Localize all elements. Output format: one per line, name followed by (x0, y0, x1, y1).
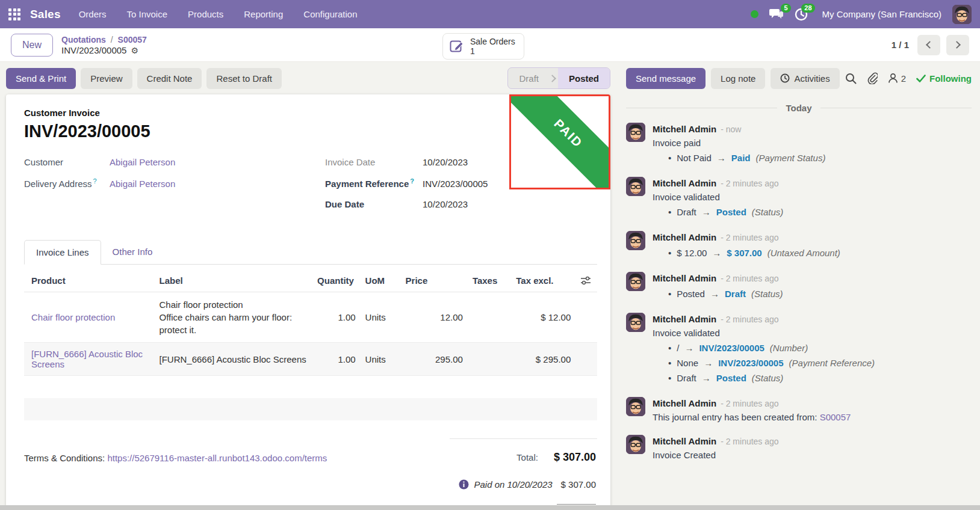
attachments-button[interactable] (867, 72, 878, 84)
preview-button[interactable]: Preview (81, 68, 132, 89)
top-navbar: Sales Orders To Invoice Products Reporti… (0, 0, 980, 28)
horizontal-scrollbar[interactable] (0, 505, 980, 510)
menu-products[interactable]: Products (188, 9, 223, 19)
edit-pencil-icon (449, 38, 465, 54)
column-header-price[interactable]: Price (401, 267, 468, 292)
apps-grid-icon[interactable] (8, 8, 20, 20)
arrow-right-icon: → (684, 342, 693, 354)
credit-note-button[interactable]: Credit Note (137, 68, 202, 89)
breadcrumb-origin[interactable]: S00057 (118, 35, 147, 45)
arrow-right-icon: → (702, 206, 711, 218)
line-quantity: 1.00 (312, 343, 361, 376)
message-time: - 2 minutes ago (721, 398, 779, 410)
activities-badge: 28 (801, 4, 814, 13)
delivery-address-value[interactable]: Abigail Peterson (110, 179, 175, 189)
paid-ribbon: PAID (509, 94, 610, 189)
column-header-label[interactable]: Label (154, 267, 312, 292)
arrow-right-icon: → (704, 357, 713, 369)
send-and-print-button[interactable]: Send & Print (6, 68, 76, 89)
line-uom: Units (361, 292, 401, 343)
paperclip-icon (867, 72, 878, 84)
app-name[interactable]: Sales (30, 8, 61, 21)
column-header-product[interactable]: Product (24, 267, 154, 292)
search-messages-button[interactable] (845, 73, 857, 84)
pager-next-button[interactable] (946, 35, 969, 55)
log-note-button[interactable]: Log note (711, 68, 765, 89)
origin-document-link[interactable]: S00057 (820, 412, 851, 422)
total-value: $ 307.00 (554, 451, 596, 464)
breadcrumb-quotations[interactable]: Quotations (61, 35, 106, 45)
help-tooltip-icon: ? (93, 177, 97, 185)
menu-orders[interactable]: Orders (79, 9, 107, 19)
invoice-line-row[interactable]: Chair floor protection Chair floor prote… (24, 292, 597, 343)
message-author[interactable]: Mitchell Admin (653, 397, 716, 410)
sale-orders-stat-button[interactable]: Sale Orders 1 (442, 33, 524, 60)
followers-button[interactable]: 2 (888, 73, 906, 84)
breadcrumb-separator: / (111, 35, 113, 45)
company-switcher[interactable]: My Company (San Francisco) (822, 9, 941, 19)
avatar (626, 435, 645, 454)
total-label: Total: (516, 452, 538, 462)
message-body: Invoice paid (653, 137, 972, 149)
stat-button-count: 1 (470, 46, 515, 56)
pager-previous-button[interactable] (917, 35, 940, 55)
chatter-toolbar: Send message Log note Activities (626, 62, 972, 94)
product-link[interactable]: [FURN_6666] Acoustic Bloc Screens (31, 349, 143, 369)
invoice-date-label: Invoice Date (325, 157, 423, 167)
menu-reporting[interactable]: Reporting (244, 9, 283, 19)
user-avatar[interactable] (952, 5, 972, 24)
line-label: [FURN_6666] Acoustic Bloc Screens (159, 353, 308, 366)
following-label: Following (929, 73, 972, 84)
column-header-tax-excl[interactable]: Tax excl. (511, 267, 575, 292)
clock-icon (780, 73, 790, 83)
tab-invoice-lines[interactable]: Invoice Lines (24, 240, 101, 265)
action-gear-icon[interactable]: ⚙ (131, 45, 138, 56)
message-author[interactable]: Mitchell Admin (653, 313, 716, 325)
activities-button[interactable]: Activities (771, 68, 839, 89)
tab-other-info[interactable]: Other Info (101, 240, 164, 264)
activities-menu-button[interactable]: 28 (795, 8, 808, 21)
reset-to-draft-button[interactable]: Reset to Draft (206, 68, 282, 89)
paid-amount: $ 307.00 (561, 479, 596, 490)
activities-button-label: Activities (794, 73, 830, 84)
status-posted[interactable]: Posted (558, 68, 610, 88)
paid-on-note[interactable]: Paid on 10/20/2023 (474, 479, 552, 490)
invoice-line-row[interactable]: [FURN_6666] Acoustic Bloc Screens [FURN_… (24, 343, 597, 376)
customer-value[interactable]: Abigail Peterson (110, 157, 175, 167)
message-time: - now (721, 123, 741, 136)
message-author[interactable]: Mitchell Admin (653, 177, 716, 189)
payment-reference-value[interactable]: INV/2023/00005 (423, 179, 488, 189)
menu-to-invoice[interactable]: To Invoice (127, 9, 168, 19)
messages-menu-button[interactable]: 5 (769, 8, 784, 20)
message-author[interactable]: Mitchell Admin (653, 435, 716, 447)
presence-dot-icon (751, 10, 758, 18)
pager: 1 / 1 (892, 35, 969, 55)
message-author[interactable]: Mitchell Admin (653, 272, 716, 284)
avatar (626, 231, 645, 250)
tracking-change: • / → INV/2023/00005 (Number) (653, 340, 972, 355)
arrow-right-icon: → (710, 287, 719, 300)
optional-columns-icon[interactable] (580, 276, 591, 286)
following-toggle[interactable]: Following (916, 73, 972, 84)
chatter-message: Mitchell Admin - 2 minutes ago Invoice C… (626, 435, 972, 461)
due-date-value[interactable]: 10/20/2023 (423, 199, 468, 209)
column-header-taxes[interactable]: Taxes (468, 267, 511, 292)
terms-link[interactable]: https://52679116-master-all.runbot143.od… (107, 453, 327, 463)
breadcrumb-current: INV/2023/00005 (61, 45, 126, 56)
column-header-uom[interactable]: UoM (361, 267, 401, 292)
info-circle-icon[interactable] (459, 479, 469, 490)
status-draft[interactable]: Draft (508, 68, 550, 88)
breadcrumb: Quotations / S00057 INV/2023/00005 ⚙ (61, 34, 147, 56)
product-link[interactable]: Chair floor protection (31, 312, 115, 322)
empty-table-row (24, 398, 597, 420)
invoice-form-card: PAID Customer Invoice INV/2023/00005 Cus… (6, 94, 610, 510)
menu-configuration[interactable]: Configuration (303, 9, 357, 19)
send-message-button[interactable]: Send message (626, 68, 706, 89)
message-author[interactable]: Mitchell Admin (653, 123, 716, 135)
new-button[interactable]: New (11, 34, 53, 57)
column-header-quantity[interactable]: Quantity (312, 267, 361, 292)
message-time: - 2 minutes ago (721, 435, 779, 448)
message-author[interactable]: Mitchell Admin (653, 231, 716, 244)
tracking-change: • $ 12.00 → $ 307.00 (Untaxed Amount) (653, 245, 972, 260)
message-time: - 2 minutes ago (721, 313, 779, 326)
